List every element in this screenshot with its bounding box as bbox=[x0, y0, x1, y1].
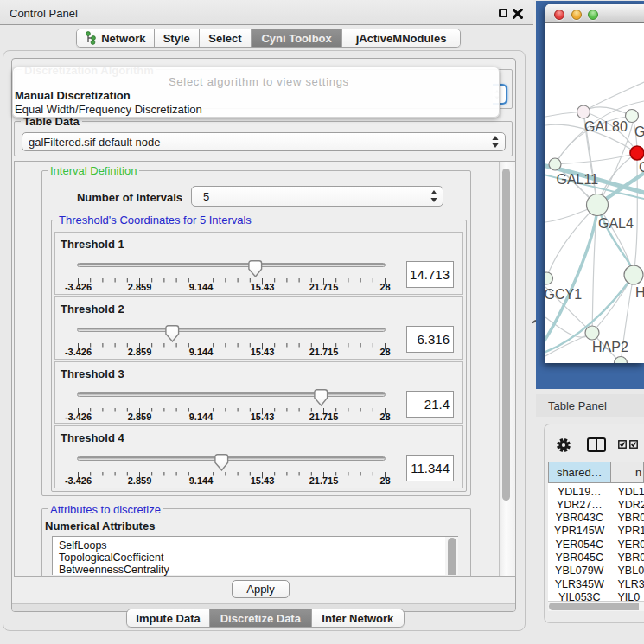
svg-text:GCY1: GCY1 bbox=[545, 287, 582, 302]
svg-text:GAL4: GAL4 bbox=[598, 216, 634, 231]
svg-text:GAL11: GAL11 bbox=[557, 172, 599, 187]
svg-text:GAL3: GAL3 bbox=[634, 124, 644, 139]
svg-text:HAP2: HAP2 bbox=[592, 340, 628, 354]
svg-text:CRP: CRP bbox=[639, 160, 644, 175]
svg-text:HIS: HIS bbox=[635, 285, 644, 300]
svg-text:GAL80: GAL80 bbox=[584, 119, 628, 134]
